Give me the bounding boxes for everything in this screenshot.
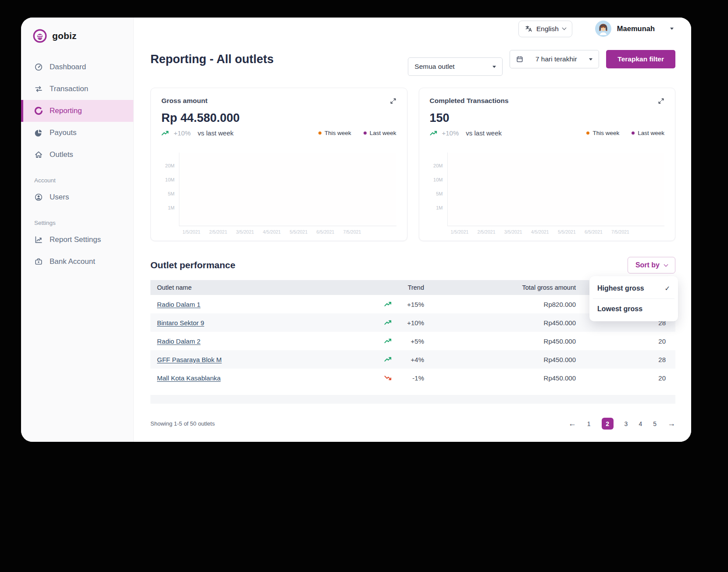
user-menu[interactable]: Maemunah (595, 21, 674, 37)
chevron-down-icon (562, 26, 566, 30)
chart-legend: This week Last week (318, 130, 396, 136)
user-name: Maemunah (617, 25, 655, 33)
sort-menu: Highest gross ✓ Lowest gross (589, 276, 678, 321)
brand-name: gobiz (52, 31, 77, 41)
translate-icon (525, 25, 532, 32)
legend-label: This week (325, 130, 351, 136)
outlet-link[interactable]: Radio Dalam 1 (157, 301, 200, 308)
gross-amount-value: Rp450.000 (427, 338, 576, 345)
expand-icon[interactable] (658, 98, 664, 106)
sidebar-item-label: Users (50, 193, 69, 202)
page-button-2[interactable]: 2 (602, 418, 614, 430)
x-axis-tick: 5/5/2021 (558, 229, 576, 234)
trend-down-icon (384, 375, 393, 380)
column-header-outlet-name: Outlet name (150, 284, 339, 291)
gross-amount-card: Gross amount Rp 44.580.000 (150, 88, 407, 241)
sidebar-item-payouts[interactable]: Payouts (21, 122, 133, 144)
payouts-icon (34, 128, 43, 137)
outlet-link[interactable]: GFF Pasaraya Blok M (157, 356, 222, 363)
outlet-link[interactable]: Radio Dalam 2 (157, 338, 200, 345)
table-row: GFF Pasaraya Blok M +4% Rp450.000 28 (150, 350, 675, 369)
x-axis-tick: 3/5/2021 (504, 229, 522, 234)
chevron-down-icon (664, 262, 668, 266)
sidebar-item-label: Bank Account (50, 257, 95, 266)
next-page-button[interactable]: → (667, 419, 675, 428)
caret-down-icon (492, 66, 496, 68)
date-range-value: 7 hari terakhir (528, 55, 585, 63)
outlet-link[interactable]: Bintaro Sektor 9 (157, 319, 204, 327)
sort-by-button[interactable]: Sort by (628, 257, 675, 274)
transactions-value: 28 (576, 356, 675, 363)
dashboard-icon (34, 63, 43, 71)
home-icon (34, 150, 43, 159)
outlet-link[interactable]: Mall Kota Kasablanka (157, 374, 221, 382)
language-selector[interactable]: English (518, 21, 572, 37)
card-title: Completed Transactions (430, 97, 509, 105)
section-title: Outlet performance (150, 260, 236, 270)
page-button-4[interactable]: 4 (639, 420, 642, 427)
x-axis-tick: 1/5/2021 (182, 229, 200, 234)
expand-icon[interactable] (390, 98, 396, 106)
x-axis: 1/5/2021 2/5/2021 3/5/2021 4/5/2021 5/5/… (182, 229, 361, 234)
sidebar-item-reporting[interactable]: Reporting (21, 100, 133, 122)
sort-option-label: Lowest gross (597, 305, 642, 313)
outlet-performance-section: Outlet performance Sort by Outlet name T… (150, 256, 675, 430)
topbar: English Maemunah (134, 18, 691, 40)
page-button-1[interactable]: 1 (587, 420, 591, 427)
trend-up-icon (161, 131, 170, 136)
table-row: Radio Dalam 2 +5% Rp450.000 20 (150, 332, 675, 350)
brand-logo: gobiz (21, 18, 133, 44)
last-week-dot (364, 131, 367, 135)
sidebar-item-transaction[interactable]: Transaction (21, 78, 133, 100)
clipped-next-row (150, 395, 675, 404)
table-footer: Showing 1-5 of 50 outlets ← 1 2 3 4 5 → (150, 418, 675, 430)
x-axis-tick: 1/5/2021 (451, 229, 469, 234)
x-axis-tick: 5/5/2021 (289, 229, 307, 234)
trend-up-icon (384, 357, 393, 362)
legend-label: This week (592, 130, 619, 136)
completed-transactions-chart: 20M 10M 5M 1M (430, 153, 665, 226)
page-button-5[interactable]: 5 (653, 420, 657, 427)
x-axis-tick: 4/5/2021 (531, 229, 549, 234)
x-axis-tick: 2/5/2021 (478, 229, 496, 234)
trend-up-icon (384, 338, 393, 344)
apply-filter-button[interactable]: Terapkan filter (606, 50, 675, 68)
sidebar-item-outlets[interactable]: Outlets (21, 144, 133, 166)
chart-line-icon (34, 235, 43, 244)
sidebar-item-report-settings[interactable]: Report Settings (21, 229, 133, 251)
sidebar-item-bank-account[interactable]: Bank Account (21, 251, 133, 273)
sort-option-highest-gross[interactable]: Highest gross ✓ (589, 278, 678, 298)
sidebar-item-label: Reporting (50, 107, 82, 115)
card-trend: +10% vs last week (430, 129, 502, 137)
sidebar: gobiz Dashboard Transaction (21, 18, 134, 442)
transactions-value: 20 (576, 374, 675, 382)
caret-down-icon (589, 58, 592, 60)
outlet-filter-select[interactable]: Semua outlet (408, 57, 503, 76)
trend-up-icon (384, 302, 393, 307)
trend-up-icon (384, 320, 393, 325)
date-range-select[interactable]: 7 hari terakhir (510, 50, 599, 68)
y-axis-tick: 5M (436, 191, 443, 196)
sort-option-lowest-gross[interactable]: Lowest gross (589, 299, 678, 319)
legend-label: Last week (370, 130, 396, 136)
calendar-icon (516, 56, 523, 63)
sidebar-nav: Dashboard Transaction Reporting (21, 56, 133, 273)
this-week-dot (586, 131, 589, 135)
card-value: Rp 44.580.000 (161, 111, 396, 125)
app-window: gobiz Dashboard Transaction (21, 18, 691, 442)
trend-value: +15% (404, 301, 424, 308)
x-axis-tick: 3/5/2021 (236, 229, 254, 234)
user-icon (34, 193, 43, 202)
sidebar-item-users[interactable]: Users (21, 186, 133, 208)
trend-value: +5% (404, 338, 424, 345)
page-button-3[interactable]: 3 (625, 420, 628, 427)
chart-legend: This week Last week (586, 130, 664, 136)
card-title: Gross amount (161, 97, 207, 105)
sidebar-item-dashboard[interactable]: Dashboard (21, 56, 133, 78)
table-row: Mall Kota Kasablanka -1% Rp450.000 20 (150, 369, 675, 387)
outlet-table: Outlet name Trend Total gross amount Rad… (150, 280, 675, 404)
card-value: 150 (430, 111, 665, 125)
prev-page-button[interactable]: ← (568, 419, 576, 428)
transactions-value: 20 (576, 338, 675, 345)
trend-value: +10% (404, 319, 424, 327)
